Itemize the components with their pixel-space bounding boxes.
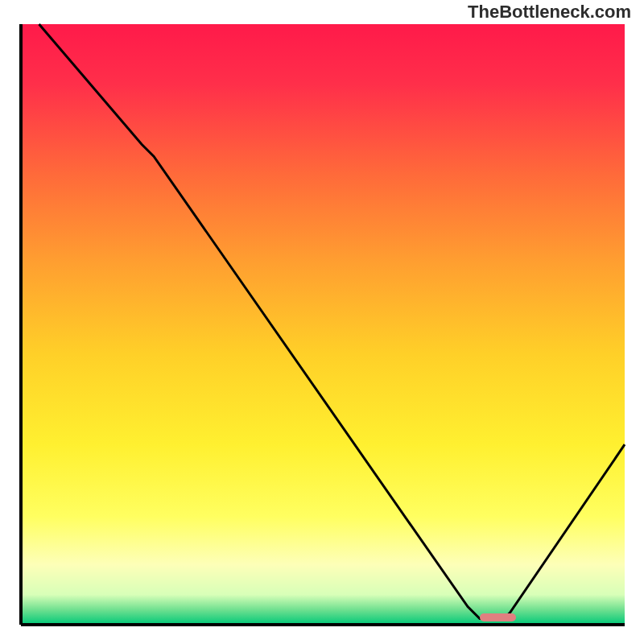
optimal-marker [480,613,516,621]
watermark-text: TheBottleneck.com [468,2,631,23]
plot-background [21,24,625,625]
chart-svg [0,0,644,644]
bottleneck-chart: TheBottleneck.com [0,0,644,644]
